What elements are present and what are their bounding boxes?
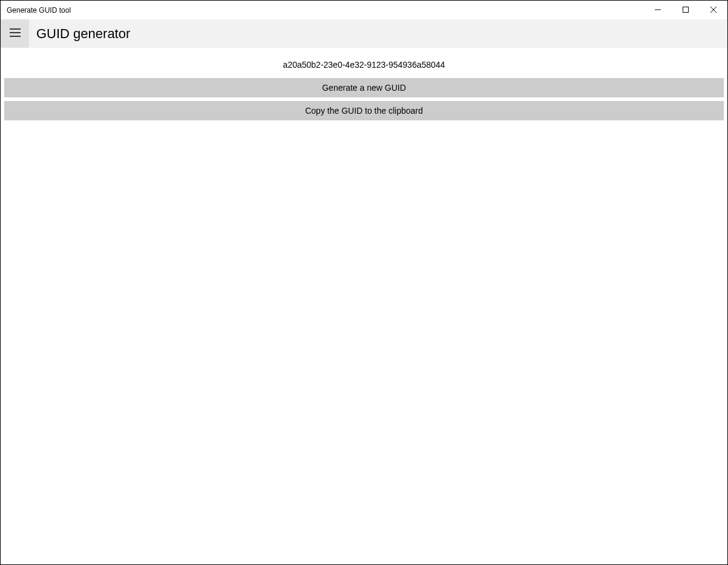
hamburger-icon <box>10 28 21 39</box>
app-header: GUID generator <box>1 19 727 48</box>
maximize-icon <box>683 5 689 15</box>
window-title: Generate GUID tool <box>7 6 644 15</box>
close-icon <box>710 5 717 15</box>
svg-rect-1 <box>683 7 689 13</box>
minimize-button[interactable] <box>644 1 672 19</box>
window-controls <box>644 1 727 19</box>
page-title: GUID generator <box>36 26 130 42</box>
guid-output: a20a50b2-23e0-4e32-9123-954936a58044 <box>4 51 724 78</box>
maximize-button[interactable] <box>672 1 700 19</box>
window-titlebar: Generate GUID tool <box>1 1 727 19</box>
main-content: a20a50b2-23e0-4e32-9123-954936a58044 Gen… <box>1 48 727 120</box>
generate-guid-button[interactable]: Generate a new GUID <box>4 78 724 97</box>
close-button[interactable] <box>700 1 727 19</box>
menu-button[interactable] <box>1 19 29 48</box>
minimize-icon <box>655 5 661 15</box>
copy-guid-button[interactable]: Copy the GUID to the clipboard <box>4 101 724 120</box>
